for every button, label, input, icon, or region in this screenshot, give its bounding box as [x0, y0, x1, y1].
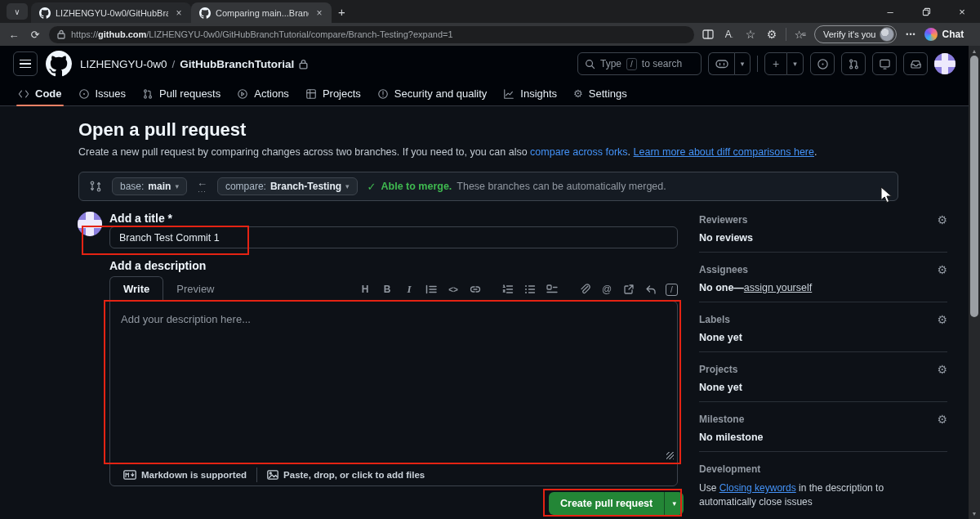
browser-tab-1[interactable]: LIZHENGYU-0w0/GitHubBranchTu × — [31, 2, 191, 23]
discussions-header-icon[interactable] — [872, 52, 897, 75]
back-button[interactable]: ← — [7, 29, 21, 41]
gear-icon[interactable]: ⚙ — [937, 314, 947, 325]
milestone-section: Milestone ⚙ No milestone — [699, 412, 947, 452]
gear-icon[interactable]: ⚙ — [937, 214, 947, 226]
tab-issues[interactable]: Issues — [70, 82, 135, 105]
development-section: Development Use Closing keywords in the … — [699, 462, 947, 519]
refresh-button[interactable]: ⟳ — [28, 29, 42, 41]
bullet-list-icon[interactable] — [523, 283, 537, 296]
compare-branch-selector[interactable]: compare: Branch-Testing ▾ — [217, 177, 358, 195]
diff-comparisons-link[interactable]: Learn more about diff comparisons here — [634, 146, 814, 158]
numbered-list-icon[interactable] — [501, 283, 515, 296]
page-scrollbar[interactable]: ▲ ▼ — [969, 46, 980, 519]
copilot-chat-button[interactable]: Chat — [924, 28, 964, 41]
resize-grip[interactable] — [666, 452, 674, 459]
breadcrumb-owner[interactable]: LIZHENGYU-0w0 — [80, 58, 167, 70]
slash-key-hint: / — [626, 58, 637, 70]
window-minimize-button[interactable]: – — [872, 0, 908, 23]
tab-security[interactable]: Security and quality — [369, 82, 495, 105]
tab-write[interactable]: Write — [109, 276, 163, 301]
link-icon[interactable] — [468, 283, 483, 296]
search-icon — [585, 59, 595, 69]
header-divider — [757, 56, 758, 72]
page-subtitle: Create a new pull request by comparing c… — [78, 146, 817, 158]
slash-commands-icon[interactable]: / — [666, 284, 678, 296]
github-header-actions: Type / to search ▾ + ▾ — [577, 52, 956, 75]
tab-insights[interactable]: Insights — [495, 82, 565, 105]
new-tab-button[interactable]: + — [338, 5, 345, 19]
heading-icon[interactable]: H — [358, 283, 372, 296]
tab-settings[interactable]: ⚙ Settings — [565, 82, 635, 105]
tab-code[interactable]: Code — [10, 82, 70, 105]
tab-pull-requests[interactable]: Pull requests — [134, 82, 229, 105]
github-logo-icon[interactable] — [46, 51, 72, 77]
browser-toolbar: ← ⟳ https://github.com/LIZHENGYU-0w0/Git… — [0, 23, 980, 46]
tab-search-button[interactable]: ∨ — [7, 3, 28, 20]
github-header: LIZHENGYU-0w0 / GitHubBranchTutorial Typ… — [0, 46, 969, 82]
assign-yourself-link[interactable]: assign yourself — [744, 282, 812, 293]
code-icon[interactable]: <> — [446, 283, 461, 296]
saved-replies-icon[interactable] — [644, 283, 658, 296]
task-list-icon[interactable] — [545, 283, 559, 296]
scrollbar-thumb[interactable] — [970, 56, 978, 317]
mouse-cursor — [880, 186, 893, 204]
create-pull-request-button[interactable]: Create pull request — [549, 492, 664, 515]
markdown-editor-body: Add your description here... Markdown is… — [109, 301, 678, 486]
closing-keywords-link[interactable]: Closing keywords — [719, 482, 796, 494]
gear-icon[interactable]: ⚙ — [937, 364, 947, 375]
markdown-supported-link[interactable]: Markdown is supported — [114, 468, 256, 482]
scroll-down-icon[interactable]: ▼ — [969, 511, 980, 517]
compare-across-forks-link[interactable]: compare across forks — [530, 146, 627, 158]
inbox-notifications-icon[interactable] — [903, 52, 928, 75]
favorites-star-icon[interactable]: ☆ — [743, 28, 758, 41]
pr-title-input[interactable] — [109, 226, 678, 248]
scroll-up-icon[interactable]: ▲ — [969, 48, 980, 54]
cross-reference-icon[interactable] — [621, 283, 636, 296]
copilot-caret-icon[interactable]: ▾ — [734, 52, 751, 75]
base-branch-selector[interactable]: base: main ▾ — [112, 177, 187, 195]
avatar — [78, 212, 102, 236]
tab-title: LIZHENGYU-0w0/GitHubBranchTu — [56, 8, 168, 18]
create-new-button[interactable]: + ▾ — [764, 52, 804, 75]
window-restore-button[interactable] — [908, 0, 944, 23]
tab-close-icon[interactable]: × — [173, 7, 185, 19]
markdown-editor-header: Write Preview H B I <> @ / — [109, 276, 678, 301]
verify-profile-button[interactable]: Verify it's you — [814, 25, 897, 43]
italic-icon[interactable]: I — [402, 283, 416, 296]
projects-section: Projects ⚙ None yet — [699, 362, 947, 402]
pull-requests-header-icon[interactable] — [841, 52, 866, 75]
attach-files-button[interactable]: Paste, drop, or click to add files — [256, 468, 434, 482]
description-field-label: Add a description — [109, 259, 206, 272]
pull-request-icon — [142, 88, 154, 100]
tab-preview[interactable]: Preview — [163, 276, 227, 301]
description-placeholder: Add your description here... — [121, 313, 251, 325]
bold-icon[interactable]: B — [380, 283, 394, 296]
pr-description-textarea[interactable]: Add your description here... — [110, 302, 677, 463]
quote-icon[interactable] — [424, 283, 439, 296]
user-avatar[interactable] — [934, 53, 956, 74]
create-new-caret-icon: ▾ — [787, 52, 804, 75]
tab-close-icon[interactable]: × — [314, 7, 325, 19]
read-aloud-icon[interactable]: Aˎ — [722, 29, 737, 40]
browser-tab-2-active[interactable]: Comparing main...Branch-Testing × — [191, 2, 332, 23]
address-bar[interactable]: https://github.com/LIZHENGYU-0w0/GitHubB… — [49, 26, 694, 43]
extensions-icon[interactable]: ⚙ — [764, 28, 779, 41]
window-close-button[interactable]: × — [944, 0, 980, 23]
tab-projects[interactable]: Projects — [297, 82, 369, 105]
hamburger-menu-button[interactable] — [13, 51, 38, 76]
gear-icon[interactable]: ⚙ — [937, 414, 947, 425]
chevron-down-icon: ▾ — [175, 182, 179, 190]
security-icon — [377, 88, 389, 100]
attach-file-icon[interactable] — [577, 283, 592, 296]
mention-icon[interactable]: @ — [599, 283, 614, 296]
global-search-input[interactable]: Type / to search — [577, 52, 702, 75]
tab-actions[interactable]: Actions — [229, 82, 297, 105]
gear-icon[interactable]: ⚙ — [937, 264, 947, 275]
copilot-menu-button[interactable]: ▾ — [708, 52, 751, 75]
settings-menu-icon[interactable]: ••• — [903, 30, 918, 38]
favorites-bar-icon[interactable]: ☆≡ — [793, 29, 808, 41]
breadcrumb-repo[interactable]: GitHubBranchTutorial — [180, 58, 294, 70]
create-pr-dropdown-caret[interactable]: ▾ — [664, 492, 684, 515]
issues-header-icon[interactable] — [810, 52, 835, 75]
split-screen-icon[interactable] — [701, 29, 715, 39]
